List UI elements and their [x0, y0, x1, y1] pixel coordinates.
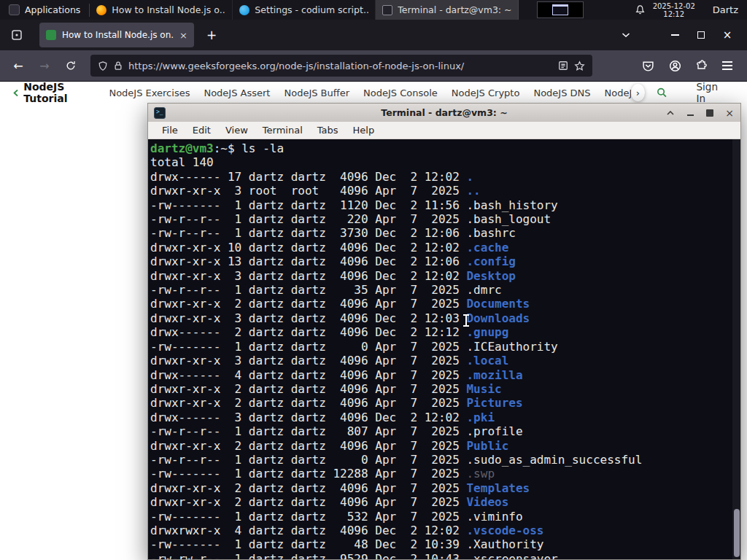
terminal-line: drwxr-xr-x 2 dartz dartz 4096 Apr 7 2025… — [150, 481, 730, 495]
terminal-titlebar[interactable]: Terminal - dartz@vm3: ~ × — [148, 104, 740, 122]
menu-tabs[interactable]: Tabs — [310, 125, 346, 136]
new-tab-button[interactable]: + — [201, 25, 222, 45]
menu-help[interactable]: Help — [346, 125, 382, 136]
terminal-menubar: File Edit View Terminal Tabs Help — [148, 122, 740, 139]
nav-link[interactable]: NodeJS Crypto — [452, 88, 520, 98]
panel-time: 12:12 — [653, 10, 695, 18]
reader-view-icon[interactable] — [558, 61, 568, 71]
applications-menu-button[interactable]: Applications — [0, 0, 89, 20]
sign-in-button[interactable]: Sign In — [697, 81, 724, 104]
lock-icon[interactable] — [114, 61, 123, 71]
terminal-line: drwxr-xr-x 3 dartz dartz 4096 Apr 7 2025… — [150, 354, 730, 368]
taskbar-item-terminal[interactable]: Terminal - dartz@vm3: ~ — [376, 0, 519, 20]
browser-tab-bar: How to Install Node.js on... × + × — [0, 20, 747, 50]
close-window-icon[interactable]: × — [724, 108, 735, 118]
nav-back-label: NodeJS Tutorial — [23, 81, 94, 104]
menu-view[interactable]: View — [218, 125, 255, 136]
menu-terminal[interactable]: Terminal — [255, 125, 310, 136]
taskbar-item-browser[interactable]: How to Install Node.js o... — [90, 0, 233, 20]
terminal-line: -rw-r--r-- 1 dartz dartz 3730 Dec 2 12:0… — [150, 226, 730, 240]
list-tabs-chevron-icon[interactable] — [622, 32, 630, 38]
terminal-line: drwxr-xr-x 2 dartz dartz 4096 Apr 7 2025… — [150, 495, 730, 509]
task-label: Terminal - dartz@vm3: ~ — [398, 4, 511, 15]
panel-date: 2025-12-02 — [653, 2, 695, 10]
tabbar-controls: × — [622, 26, 747, 44]
shade-window-icon[interactable] — [665, 108, 676, 118]
applications-label: Applications — [25, 4, 80, 15]
site-nav-right: › Sign In — [631, 81, 747, 104]
nav-link[interactable]: NodeJS Console — [363, 88, 438, 98]
pocket-icon[interactable] — [642, 60, 654, 72]
terminal-line: -rw------- 1 dartz dartz 48 Dec 2 10:39 … — [150, 537, 730, 551]
terminal-line: -rw------- 1 dartz dartz 0 Apr 7 2025 .I… — [150, 340, 730, 354]
terminal-line: drwx------ 17 dartz dartz 4096 Dec 2 12:… — [150, 170, 730, 184]
browser-close-button[interactable]: × — [718, 26, 737, 44]
terminal-line: drwxr-xr-x 13 dartz dartz 4096 Dec 2 12:… — [150, 254, 730, 268]
terminal-line: drwx------ 3 dartz dartz 4096 Dec 2 12:0… — [150, 411, 730, 424]
menu-icon[interactable] — [722, 61, 732, 69]
terminal-line: -rw------- 1 dartz dartz 532 Apr 7 2025 … — [150, 510, 730, 524]
desktop-panel: Applications How to Install Node.js o...… — [0, 0, 747, 20]
site-favicon — [46, 30, 56, 40]
nav-back-link[interactable]: NodeJS Tutorial — [13, 81, 94, 104]
nav-scroll-right-button[interactable]: › — [631, 84, 645, 101]
nav-link[interactable]: NodeJS — [605, 88, 631, 98]
back-button[interactable]: ← — [7, 55, 29, 77]
url-text[interactable]: https://www.geeksforgeeks.org/node-js/in… — [128, 61, 552, 71]
terminal-line: -rw-r--r-- 1 dartz dartz 807 Apr 7 2025 … — [150, 424, 730, 438]
bookmark-star-icon[interactable] — [574, 61, 585, 71]
extensions-icon[interactable] — [696, 60, 708, 71]
terminal-line: -rw-r--r-- 1 dartz dartz 35 Apr 7 2025 .… — [150, 283, 730, 297]
notification-bell-icon[interactable] — [635, 4, 646, 15]
workspace-switcher[interactable] — [537, 1, 584, 18]
terminal-line: drwxr-xr-x 2 dartz dartz 4096 Apr 7 2025… — [150, 396, 730, 410]
terminal-line: drwxr-xr-x 10 dartz dartz 4096 Dec 2 12:… — [150, 241, 730, 254]
terminal-line: -rw------- 1 dartz dartz 1120 Dec 2 11:5… — [150, 198, 730, 212]
search-icon[interactable] — [657, 86, 667, 99]
reload-button[interactable] — [60, 55, 82, 77]
panel-clock[interactable]: 2025-12-02 12:12 — [653, 2, 695, 18]
maximize-window-icon[interactable] — [705, 108, 715, 118]
terminal-line: -rw-r--r-- 1 dartz dartz 220 Apr 7 2025 … — [150, 212, 730, 226]
codium-icon — [239, 5, 249, 15]
terminal-line: drwx------ 2 dartz dartz 4096 Dec 2 12:1… — [150, 325, 730, 339]
browser-tab[interactable]: How to Install Node.js on... × — [39, 23, 194, 47]
nav-link[interactable]: NodeJS Exercises — [109, 88, 190, 98]
browser-minimize-button[interactable] — [665, 26, 684, 44]
nav-link[interactable]: NodeJS DNS — [533, 88, 590, 98]
workspace-window-icon — [552, 4, 568, 15]
tab-title: How to Install Node.js on... — [62, 30, 174, 40]
terminal-line: -rw-rw-r-- 1 dartz dartz 9529 Dec 2 10:4… — [150, 552, 730, 559]
terminal-scrollbar[interactable] — [732, 139, 740, 559]
forward-button[interactable]: → — [34, 55, 55, 77]
scrollbar-thumb[interactable] — [734, 509, 740, 557]
menu-edit[interactable]: Edit — [185, 125, 218, 136]
nav-link[interactable]: NodeJS Buffer — [284, 88, 349, 98]
terminal-title: Terminal - dartz@vm3: ~ — [148, 107, 740, 118]
browser-toolbar: ← → https://www.geeksforgeeks.org/node-j… — [0, 50, 747, 82]
nav-link[interactable]: NodeJS Assert — [204, 88, 270, 98]
terminal-line: total 140 — [150, 155, 730, 169]
terminal-line: drwxr-xr-x 2 dartz dartz 4096 Apr 7 2025… — [150, 439, 730, 453]
applications-icon — [9, 4, 20, 15]
terminal-window: Terminal - dartz@vm3: ~ × File Edit View… — [147, 103, 741, 560]
site-navigation: NodeJS Tutorial NodeJS Exercises NodeJS … — [0, 82, 747, 104]
terminal-line: dartz@vm3:~$ ls -la — [150, 141, 730, 155]
desktop: Applications How to Install Node.js o...… — [0, 0, 747, 560]
url-bar[interactable]: https://www.geeksforgeeks.org/node-js/in… — [90, 55, 592, 77]
tracking-shield-icon[interactable] — [98, 61, 108, 71]
account-icon[interactable] — [669, 60, 681, 72]
menu-file[interactable]: File — [155, 125, 185, 136]
minimize-window-icon[interactable] — [685, 108, 695, 118]
browser-maximize-button[interactable] — [692, 26, 711, 44]
firefox-icon — [96, 5, 107, 15]
firefox-view-icon[interactable] — [6, 24, 28, 46]
tab-close-icon[interactable]: × — [179, 31, 187, 40]
terminal-line: drwxr-xr-x 3 root root 4096 Apr 7 2025 .… — [150, 184, 730, 198]
terminal-window-controls: × — [665, 108, 735, 118]
terminal-line: -rw-r--r-- 1 dartz dartz 0 Apr 7 2025 .s… — [150, 453, 730, 467]
terminal-output[interactable]: dartz@vm3:~$ ls -latotal 140drwx------ 1… — [148, 139, 740, 559]
taskbar-item-settings[interactable]: Settings - codium script... — [233, 0, 376, 20]
chevron-left-icon — [13, 88, 18, 98]
terminal-window-icon — [154, 107, 166, 119]
